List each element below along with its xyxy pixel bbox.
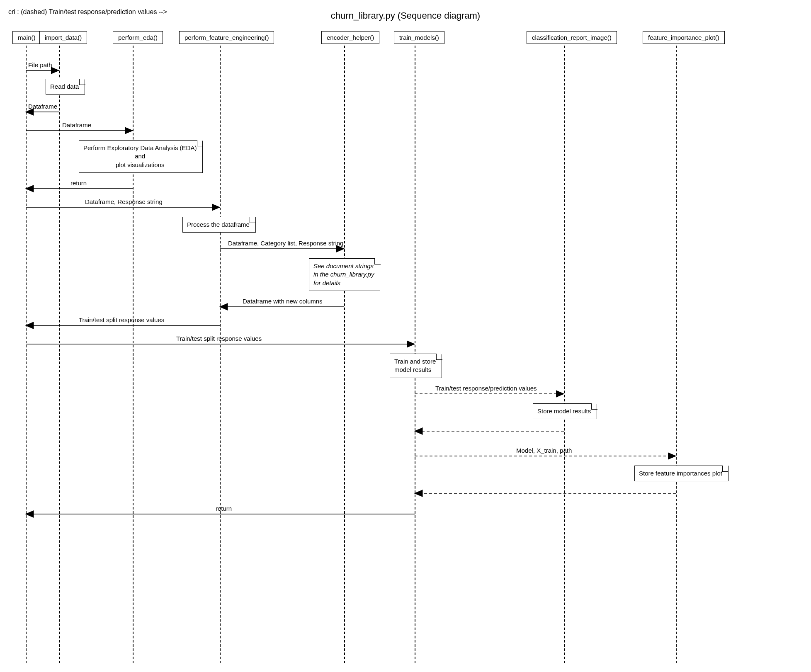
note-process-df: Process the dataframe (182, 217, 256, 233)
lifeline-fip (676, 46, 677, 663)
msg-dataframe-2: Dataframe (62, 121, 91, 129)
msg-df-new-cols: Dataframe with new columns (243, 298, 323, 305)
arrow-m9 (26, 343, 415, 345)
note-read-data-text: Read data (50, 83, 79, 90)
note-train-l1: Train and store (394, 357, 436, 366)
arrow-fip-return (415, 492, 676, 494)
note-eda-l2: and (83, 152, 197, 160)
msg-split-1: Train/test split response values (79, 316, 164, 323)
participant-fip: feature_importance_plot() (643, 31, 725, 44)
msg-df-response: Dataframe, Response string (85, 198, 163, 205)
arrow-m8 (26, 325, 220, 326)
msg-split-2: Train/test split response values (176, 335, 262, 342)
arrow-m5 (26, 206, 220, 208)
note-eda: Perform Exploratory Data Analysis (EDA) … (79, 140, 203, 173)
participant-main: main() (12, 31, 41, 44)
note-feature-importances: Store feature importances plot (634, 466, 728, 481)
note-eda-l1: Perform Exploratory Data Analysis (EDA) (83, 144, 197, 152)
arrow-m1 (26, 70, 59, 71)
msg-resp-pred: Train/test response/prediction values (435, 385, 537, 392)
arrow-cri-return (415, 430, 564, 432)
note-feature-importances-text: Store feature importances plot (639, 470, 722, 477)
msg-df-cat-response: Dataframe, Category list, Response strin… (228, 240, 343, 247)
participant-eda: perform_eda() (113, 31, 163, 44)
msg-dataframe-1: Dataframe (28, 103, 57, 110)
note-see-docstrings: See document strings in the churn_librar… (309, 258, 380, 291)
note-train-store: Train and store model results (390, 354, 442, 378)
note-train-l2: model results (394, 366, 436, 374)
sequence-diagram: churn_library.py (Sequence diagram) main… (8, 8, 803, 664)
note-eda-l3: plot visualizations (83, 161, 197, 169)
note-see-l1: See document strings (313, 262, 374, 270)
participant-cri: classification_report_image() (527, 31, 617, 44)
note-process-df-text: Process the dataframe (187, 221, 250, 228)
lifeline-main (26, 46, 27, 663)
note-store-results: Store model results (533, 403, 597, 419)
note-see-l3: for details (313, 279, 374, 287)
note-read-data: Read data (46, 79, 85, 95)
lifeline-fe (220, 46, 221, 663)
msg-file-path: File path (28, 61, 52, 68)
participant-enc: encoder_helper() (321, 31, 379, 44)
participant-fe: perform_feature_engineering() (179, 31, 274, 44)
lifeline-enc (344, 46, 345, 663)
diagram-title: churn_library.py (Sequence diagram) (8, 10, 803, 21)
arrow-m7 (220, 306, 344, 308)
arrow-m3 (26, 130, 133, 131)
msg-return-1: return (70, 180, 87, 187)
lifeline-cri (564, 46, 565, 663)
arrow-m10 (415, 393, 564, 395)
msg-return-2: return (216, 505, 232, 512)
participant-import: import_data() (39, 31, 87, 44)
arrow-m12 (26, 513, 415, 515)
note-see-l2: in the churn_library.py (313, 270, 374, 279)
note-store-results-text: Store model results (537, 408, 591, 415)
arrow-m2 (26, 111, 59, 113)
lifeline-import (59, 46, 60, 663)
arrow-m6 (220, 248, 344, 250)
msg-model-xtrain-path: Model, X_train, path (516, 447, 572, 454)
lifeline-eda (133, 46, 134, 663)
participant-train: train_models() (394, 31, 444, 44)
arrow-m4 (26, 188, 133, 189)
arrow-m11 (415, 455, 676, 457)
